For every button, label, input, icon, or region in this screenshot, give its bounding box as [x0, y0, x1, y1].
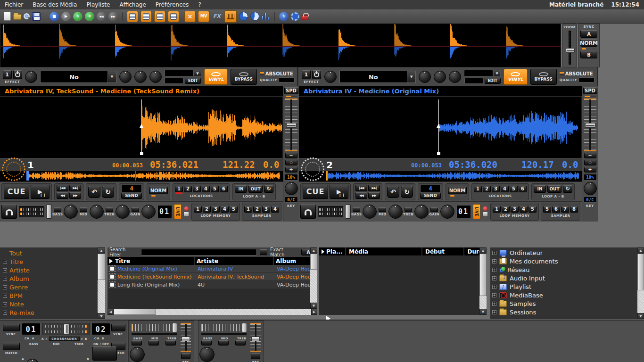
settings-gear-icon[interactable]	[291, 12, 299, 21]
expand-icon[interactable]: +	[492, 251, 496, 255]
sidebar-item-remixe[interactable]: +Re-mixe	[3, 308, 98, 317]
track-icon[interactable]	[110, 274, 115, 279]
loop-memory-1-button[interactable]: 1	[493, 206, 501, 213]
sampler-3-button[interactable]: 3	[262, 206, 270, 213]
effect-param2-knob[interactable]	[434, 71, 446, 83]
reloop-button[interactable]: ↶	[88, 186, 100, 198]
sidebar-item-note[interactable]: +Note	[3, 300, 98, 308]
effect-select[interactable]: No ▼	[339, 71, 416, 83]
loop-memory-2-button[interactable]: 2	[203, 206, 211, 213]
vinyl-mode-button[interactable]: VINYL	[504, 69, 527, 85]
sidebar-item-titre[interactable]: +Titre	[3, 257, 98, 266]
loop-cycle-button[interactable]: ↻	[563, 185, 572, 193]
scroll-down-icon[interactable]: ▼	[479, 309, 487, 315]
strip-treb-kill[interactable]	[165, 340, 176, 346]
track-overview[interactable]	[0, 171, 283, 181]
bypass-button[interactable]: BYPASS	[530, 69, 557, 85]
record-icon[interactable]	[483, 206, 487, 211]
chevron-down-icon[interactable]: ▼	[407, 71, 415, 82]
chevron-down-icon[interactable]: ▼	[107, 71, 116, 82]
shuffle-icon[interactable]: ×	[85, 12, 94, 21]
sidebar-item-tout[interactable]: Tout	[3, 249, 98, 257]
jog-position-spinner[interactable]	[301, 157, 324, 181]
strip-pitch-slider[interactable]	[201, 324, 247, 331]
sidebar-item-bpm[interactable]: +BPM	[3, 291, 98, 300]
strip-volume-fader[interactable]	[250, 323, 261, 352]
slider-handle[interactable]	[172, 323, 177, 332]
mid-knob[interactable]	[388, 205, 403, 219]
tree-item-ordinateur[interactable]: +Ordinateur	[492, 248, 637, 257]
strip-bass-knob[interactable]	[130, 347, 145, 362]
scrollbar-thumb[interactable]	[114, 309, 156, 315]
loop-memory-3-button[interactable]: 3	[511, 206, 519, 213]
menu-base-des-media[interactable]: Base des Média	[28, 0, 82, 9]
expand-icon[interactable]: +	[492, 285, 496, 289]
treble-kill-button[interactable]	[405, 207, 412, 212]
view-list-icon[interactable]	[140, 11, 152, 22]
send-button[interactable]: SEND	[121, 193, 142, 199]
pie-view-icon[interactable]	[239, 12, 248, 21]
tree-item-samples[interactable]: +Samples	[492, 299, 637, 308]
search-icon[interactable]	[24, 13, 30, 19]
effect-dry-wet-knob[interactable]	[324, 71, 337, 83]
menu-preferences[interactable]: Préférences	[151, 0, 194, 9]
fader-handle[interactable]	[182, 337, 190, 341]
pitch-minus-button[interactable]: −	[285, 153, 297, 158]
scrollbar-thumb[interactable]	[479, 254, 487, 296]
search-clear-button[interactable]	[260, 249, 267, 255]
reloop-button[interactable]: ↶	[387, 186, 399, 198]
pitch-slider-handle[interactable]	[286, 123, 297, 128]
mixer-bass-knob[interactable]	[25, 359, 40, 362]
disk-icon[interactable]	[482, 212, 488, 217]
column-debut[interactable]: Début	[422, 247, 464, 255]
cue-button[interactable]: CUE	[303, 185, 328, 199]
chevron-down-icon[interactable]: ▼	[194, 70, 201, 77]
location-1-button[interactable]: 1	[474, 186, 482, 192]
monitor-slider[interactable]	[345, 205, 351, 219]
norm-button[interactable]: NORM	[149, 187, 168, 194]
mid-kill-button[interactable]	[379, 207, 386, 212]
treble-knob[interactable]	[116, 205, 130, 219]
norm-button[interactable]: NORM	[448, 187, 467, 194]
live-button[interactable]: LIVE	[174, 204, 182, 219]
tree-item-mes-documents[interactable]: +Mes documents	[492, 257, 637, 265]
absolute-indicator[interactable]	[260, 72, 264, 75]
location-6-button[interactable]: 6	[519, 186, 527, 192]
track-row[interactable]: Long Ride (Original Mix) 4U VA-Deep Hou	[107, 281, 317, 289]
strip-mid-kill[interactable]	[149, 340, 159, 346]
send-button[interactable]: SEND	[420, 193, 441, 199]
scroll-down-icon[interactable]: ▼	[98, 313, 105, 319]
strip-treb-kill[interactable]	[235, 340, 246, 346]
treble-kill-button[interactable]	[106, 207, 113, 212]
expand-icon[interactable]: +	[492, 268, 496, 272]
effect-param1-knob[interactable]	[419, 71, 431, 83]
loop-memory-5-button[interactable]: 5	[230, 206, 238, 213]
scrollbar-track[interactable]	[479, 296, 487, 309]
strip-mid-kill[interactable]	[218, 340, 229, 346]
loop-memory-1-button[interactable]: 1	[194, 206, 202, 213]
absolute-indicator[interactable]	[560, 72, 564, 75]
loop-memory-2-button[interactable]: 2	[502, 206, 510, 213]
effect-slot-button[interactable]: 1	[302, 70, 311, 79]
scrollbar-track[interactable]	[156, 309, 311, 315]
effect-dry-wet-knob[interactable]	[25, 71, 37, 83]
sidebar-item-genre[interactable]: +Genre	[3, 283, 98, 291]
bass-knob[interactable]	[64, 205, 78, 219]
zoom-slider[interactable]	[569, 31, 571, 65]
loop-out-button[interactable]: OUT	[547, 185, 561, 193]
scroll-up-icon[interactable]: ▲	[479, 247, 487, 254]
disk-icon[interactable]	[183, 212, 189, 217]
scrollbar-thumb[interactable]	[637, 254, 644, 290]
bass-kill-button[interactable]	[54, 207, 61, 212]
location-3-button[interactable]: 3	[492, 186, 500, 192]
sampler-7-button[interactable]: 7	[561, 206, 569, 213]
sampler-8-button[interactable]: 8	[570, 206, 578, 213]
effect-power-button[interactable]	[13, 70, 22, 79]
mid-knob[interactable]	[90, 205, 104, 219]
skip-end-button[interactable]: ▶▶|	[69, 185, 81, 191]
sampler-6-button[interactable]: 6	[552, 206, 560, 213]
open-folder-icon[interactable]	[13, 14, 21, 20]
spd-button[interactable]: SPD	[284, 87, 298, 94]
skip-end-button[interactable]: ▶▶|	[368, 185, 380, 191]
expand-icon[interactable]: +	[3, 260, 7, 264]
